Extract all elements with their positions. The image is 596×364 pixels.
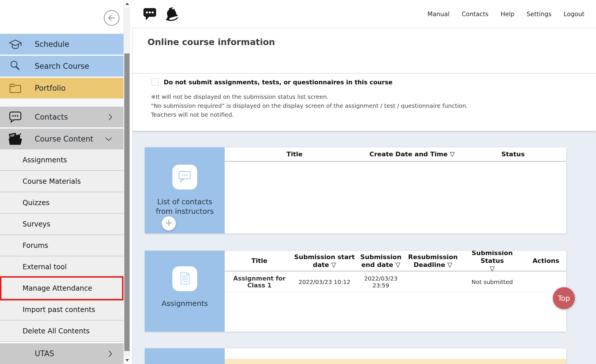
sidebar-item-label: UTAS <box>35 349 54 358</box>
sidebar-item-course-content[interactable]: Course Content <box>0 129 123 149</box>
nav-help[interactable]: Help <box>501 11 514 18</box>
sidebar-item-label: Schedule <box>35 40 69 49</box>
sidebar-item-label: Assignments <box>23 156 67 164</box>
chat-outline-icon <box>177 168 193 186</box>
sidebar-item-label: Import past contents <box>23 306 95 314</box>
contacts-panel: List of contacts from instructors <box>145 147 225 233</box>
sidebar-scrollbar <box>123 0 130 364</box>
sidebar-item-assignments[interactable]: Assignments <box>0 149 123 171</box>
chat-icon[interactable] <box>143 7 157 23</box>
column-header-status[interactable]: Status <box>460 147 566 161</box>
graduation-cap-icon <box>8 36 23 52</box>
column-header-create-date[interactable]: Create Date and Time ▽ <box>364 147 460 161</box>
sidebar-item-delete-all-contents[interactable]: Delete All Contents <box>0 320 123 342</box>
sidebar-item-label: Quizzes <box>23 199 49 207</box>
assignment-submission-status: Not submitted <box>459 272 525 292</box>
nav-contacts[interactable]: Contacts <box>462 11 488 18</box>
next-section-highlight-row <box>225 359 566 364</box>
contacts-card: List of contacts from instructors Title … <box>145 147 566 233</box>
next-section-panel <box>145 348 225 364</box>
notes: ※It will not be displayed on the submiss… <box>151 92 468 119</box>
next-section-table <box>225 348 566 364</box>
sidebar-item-manage-attendance[interactable]: Manage Attendance <box>0 278 123 299</box>
sidebar-item-label: Delete All Contents <box>23 327 90 335</box>
no-submit-checkbox[interactable] <box>152 78 159 86</box>
scroll-down-button[interactable] <box>124 356 130 364</box>
chevron-right-icon <box>108 350 112 358</box>
column-header-actions[interactable]: Actions <box>525 251 566 271</box>
panel-icon-tile <box>172 165 197 190</box>
assignments-table: Title Submission start date ▽ Submission… <box>225 251 566 332</box>
scroll-to-top-label: Top <box>558 294 570 302</box>
panel-icon-tile <box>172 266 197 291</box>
document-icon <box>177 270 193 287</box>
chevron-right-icon <box>108 113 112 121</box>
assignment-resubmission-deadline <box>407 272 459 292</box>
sidebar-item-surveys[interactable]: Surveys <box>0 213 123 235</box>
triangle-down-icon <box>126 359 129 361</box>
back-arrow-icon <box>103 22 120 27</box>
nav-logout[interactable]: Logout <box>564 11 584 18</box>
sidebar-item-label: Surveys <box>23 220 50 228</box>
bell-icon[interactable] <box>164 5 179 23</box>
assignment-row: Assignment for Class 1 2022/03/23 10:12 … <box>225 272 566 292</box>
scroll-to-top-button[interactable]: Top <box>553 287 575 309</box>
collapse-sidebar-button[interactable] <box>103 10 120 26</box>
sidebar-item-search-course[interactable]: Search Course <box>0 56 123 77</box>
column-header-title[interactable]: Title <box>225 147 364 161</box>
top-nav: Manual Contacts Help Settings Logout <box>427 0 584 28</box>
no-submit-checkbox-label: Do not submit assignments, tests, or que… <box>164 79 392 86</box>
sidebar-item-label: External tool <box>23 263 67 271</box>
panel-label: Assignments <box>159 299 211 308</box>
assignments-panel: Assignments <box>145 251 225 332</box>
sidebar-item-label: Course Content <box>35 135 93 143</box>
nav-settings[interactable]: Settings <box>527 11 551 18</box>
sidebar-item-course-materials[interactable]: Course Materials <box>0 171 123 192</box>
sidebar-item-label: Course Materials <box>23 177 81 185</box>
course-content-submenu: Assignments Course Materials Quizzes Sur… <box>0 149 123 342</box>
assignments-card: Assignments Title Submission start date … <box>145 251 566 332</box>
assignment-submission-end: 2022/03/23 23:59 <box>355 272 407 292</box>
sidebar-item-portfolio[interactable]: Portfolio <box>0 78 123 99</box>
plus-icon <box>163 217 175 231</box>
next-section-card <box>145 348 566 364</box>
sidebar-item-forums[interactable]: Forums <box>0 235 123 256</box>
next-section-header-strip <box>225 348 566 359</box>
main-left-border <box>132 0 132 364</box>
course-content-icon <box>8 131 23 147</box>
assignment-submission-start: 2022/03/23 10:12 <box>294 272 355 292</box>
title-section: Online course information <box>132 28 596 73</box>
folder-icon <box>8 80 23 96</box>
note-line: Teachers will not be notified. <box>151 110 468 119</box>
sidebar-item-utas[interactable]: UTAS <box>0 343 123 364</box>
scrollbar-thumb[interactable] <box>124 53 130 351</box>
column-header-submission-start[interactable]: Submission start date ▽ <box>294 251 355 271</box>
triangle-up-icon <box>126 3 129 5</box>
sidebar-item-label: Search Course <box>35 62 89 70</box>
column-header-title[interactable]: Title <box>225 251 294 271</box>
panel-label: List of contacts from instructors <box>145 197 225 216</box>
column-header-resubmission-deadline[interactable]: Resubmission Deadline ▽ <box>407 251 459 271</box>
speech-bubble-icon <box>8 109 23 125</box>
sidebar-item-external-tool[interactable]: External tool <box>0 256 123 278</box>
add-contact-button[interactable] <box>162 216 176 231</box>
sidebar-item-label: Portfolio <box>35 84 66 92</box>
sidebar-item-schedule[interactable]: Schedule <box>0 34 123 55</box>
note-line: "No submission required" is displayed on… <box>151 101 468 110</box>
page-title: Online course information <box>147 37 275 47</box>
sidebar-item-quizzes[interactable]: Quizzes <box>0 192 123 213</box>
column-header-submission-status[interactable]: Submission Status ▽ <box>459 251 525 271</box>
settings-section: Do not submit assignments, tests, or que… <box>132 74 596 131</box>
sidebar-item-label: Manage Attendance <box>23 284 92 292</box>
main-area: Manual Contacts Help Settings Logout Onl… <box>130 0 596 364</box>
nav-manual[interactable]: Manual <box>427 11 449 18</box>
sidebar-item-import-past-contents[interactable]: Import past contents <box>0 299 123 320</box>
assignment-title[interactable]: Assignment for Class 1 <box>225 272 294 292</box>
note-line: ※It will not be displayed on the submiss… <box>151 92 468 101</box>
column-header-submission-end[interactable]: Submission end date ▽ <box>355 251 407 271</box>
sidebar-item-contacts[interactable]: Contacts <box>0 107 123 127</box>
scroll-up-button[interactable] <box>124 0 130 8</box>
assignments-table-header: Title Submission start date ▽ Submission… <box>225 251 566 272</box>
chevron-down-icon <box>105 137 112 141</box>
sidebar-item-label: Forums <box>23 242 48 250</box>
